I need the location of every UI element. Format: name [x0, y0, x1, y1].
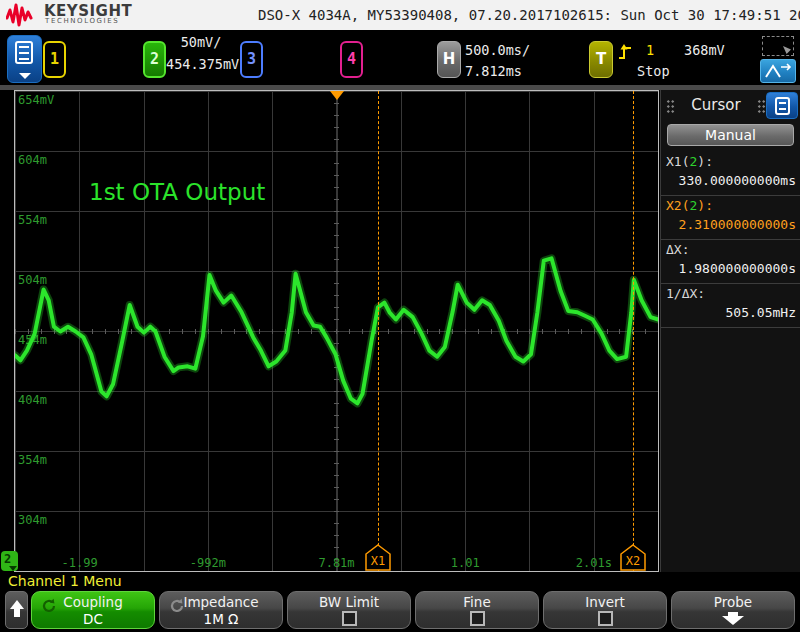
channel-2-settings: 50mV/ 454.375mV	[166, 30, 236, 74]
channel-2-waveform	[15, 91, 658, 571]
cursor-row-x2: X2(2): 2.310000000000s	[661, 196, 800, 240]
x1-value: 330.000000000ms	[679, 173, 796, 188]
channel-2-scale: 50mV/	[166, 32, 236, 52]
dx-value: 1.980000000000s	[679, 261, 796, 276]
trigger-source: 1	[646, 42, 654, 58]
cursor-row-inv-dx: 1/ΔX: 505.05mHz	[661, 284, 800, 328]
horizontal-button[interactable]: H	[437, 41, 461, 78]
softkey-impedance[interactable]: Impedance 1M Ω	[159, 591, 283, 629]
keysight-logo-icon	[6, 2, 40, 28]
arrow-up-icon	[10, 600, 24, 609]
softkey-bw-limit[interactable]: BW Limit	[287, 591, 411, 629]
zoom-select-tool-button[interactable]	[762, 36, 794, 56]
instrument-title: DSO-X 4034A, MY53390408, 07.20.201710261…	[258, 7, 800, 23]
channel-2-ground-marker[interactable]: 2	[1, 551, 18, 571]
cursor-row-dx: ΔX: 1.980000000000s	[661, 240, 800, 284]
menu-up-button[interactable]	[5, 591, 28, 629]
softkey-invert[interactable]: Invert	[543, 591, 667, 629]
checkbox-unchecked-icon	[598, 611, 613, 626]
trigger-level: 368mV	[684, 42, 725, 58]
channel-4-button[interactable]: 4	[340, 41, 363, 78]
timebase-delay: 7.812ms	[465, 63, 522, 79]
channel-2-offset: 454.375mV	[166, 54, 236, 74]
menu-list-icon	[15, 41, 33, 64]
chevron-down-icon	[19, 73, 31, 79]
svg-text:X1: X1	[371, 554, 385, 568]
cycle-icon	[41, 598, 57, 614]
softkey-fine[interactable]: Fine	[415, 591, 539, 629]
timebase-scale: 500.0ms/	[465, 42, 530, 58]
cursor-mode-button[interactable]: Manual	[667, 124, 794, 146]
channel-1-button[interactable]: 1	[43, 41, 66, 78]
inv-dx-value: 505.05mHz	[726, 305, 796, 320]
run-state: Stop	[637, 63, 670, 79]
menu-list-icon	[775, 97, 790, 115]
toolbar: 1 2 50mV/ 454.375mV 3 4 H 500.0ms/ 7.812…	[0, 30, 800, 85]
header-bar: KEYSIGHT TECHNOLOGIES DSO-X 4034A, MY533…	[0, 0, 800, 30]
softkey-menu: Channel 1 Menu Coupling DC Impedance 1M …	[0, 572, 800, 632]
channel-2-button[interactable]: 2	[143, 41, 166, 78]
waveform-annotation: 1st OTA Output	[89, 179, 265, 205]
cursor-panel-menu-button[interactable]	[766, 92, 798, 119]
trigger-button[interactable]: T	[589, 41, 613, 78]
svg-text:X2: X2	[625, 554, 639, 568]
waveform-nav-button[interactable]	[760, 59, 796, 83]
checkbox-unchecked-icon	[342, 611, 357, 626]
x2-cursor-line[interactable]	[633, 91, 634, 571]
waveform-arrows-icon	[762, 60, 796, 82]
cursor-panel: Cursor Manual X1(2): 330.000000000ms X2(…	[660, 90, 800, 572]
x1-cursor-line[interactable]	[378, 91, 379, 571]
trigger-position-marker-icon[interactable]	[330, 91, 344, 100]
cursor-arrow-icon	[783, 46, 791, 54]
waveform-display: 654mV 604m 554m 504m 454m 404m 354m 304m…	[14, 90, 659, 572]
softkey-coupling[interactable]: Coupling DC	[31, 591, 155, 629]
cursor-panel-title: Cursor	[661, 96, 771, 114]
checkbox-unchecked-icon	[470, 611, 485, 626]
cycle-icon	[169, 598, 185, 614]
channel-3-button[interactable]: 3	[240, 41, 263, 78]
cursor-row-x1: X1(2): 330.000000000ms	[661, 152, 800, 196]
main-menu-button[interactable]	[7, 35, 42, 83]
rising-edge-icon	[617, 43, 632, 60]
arrow-down-icon	[9, 566, 17, 571]
softkey-probe[interactable]: Probe	[671, 591, 795, 629]
menu-title: Channel 1 Menu	[8, 573, 122, 589]
brand-subtitle: TECHNOLOGIES	[45, 17, 119, 25]
x2-value: 2.310000000000s	[679, 217, 796, 232]
x1-cursor-flag[interactable]: X1	[365, 544, 391, 571]
x2-cursor-flag[interactable]: X2	[620, 544, 646, 571]
oscilloscope-screen: KEYSIGHT TECHNOLOGIES DSO-X 4034A, MY533…	[0, 0, 800, 632]
